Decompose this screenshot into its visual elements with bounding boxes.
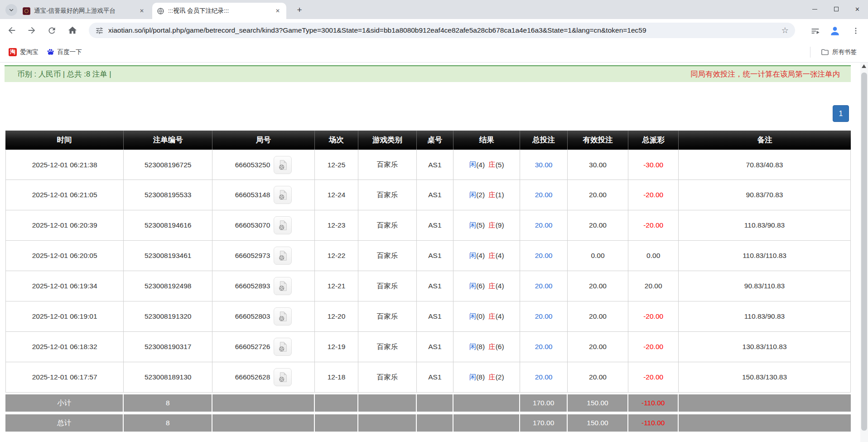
player-points: (4) [476, 161, 485, 169]
video-replay-button[interactable] [274, 277, 292, 295]
cell-time: 2025-12-01 06:20:39 [5, 210, 124, 240]
total-bet-link[interactable]: 20.00 [535, 191, 553, 199]
cell-result: 闲(2)庄(1) [453, 180, 520, 210]
scrollbar-thumb[interactable] [861, 73, 867, 431]
cell-total-bet: 20.00 [520, 241, 567, 271]
header-valid-bet: 有效投注 [568, 131, 628, 150]
total-bet-link[interactable]: 20.00 [535, 343, 553, 351]
bookmark-baidu[interactable]: 百度一下 [43, 46, 86, 58]
cell-valid-bet: 20.00 [568, 362, 628, 392]
round-number: 666053070 [235, 221, 270, 229]
cell-total-bet: 30.00 [520, 150, 567, 180]
total-payout: -110.00 [628, 414, 679, 432]
tab-active[interactable]: :::视讯 会员下注纪录::: ✕ [152, 3, 286, 19]
browser-menu-button[interactable] [848, 23, 863, 39]
cell-note: 90.83/70.83 [679, 180, 851, 210]
tab-search-button[interactable] [5, 4, 17, 16]
window-minimize-button[interactable] [804, 0, 825, 18]
table-row: 2025-12-01 06:19:34 523008192498 6660528… [5, 271, 851, 301]
new-tab-button[interactable]: + [294, 4, 305, 16]
video-replay-button[interactable] [274, 186, 292, 204]
back-button[interactable] [4, 22, 20, 39]
cell-result: 闲(0)庄(4) [453, 301, 520, 331]
header-game-type: 游戏类别 [358, 131, 417, 150]
currency-summary-text: 币别 : 人民币 | 总共 :8 注单 | [17, 69, 111, 79]
media-controls-button[interactable] [807, 23, 823, 39]
player-result: 闲 [469, 282, 477, 291]
url-bar[interactable]: xiaotian.so/ipl/portal.php/game/betrecor… [89, 23, 795, 38]
video-replay-button[interactable] [274, 307, 292, 325]
cell-valid-bet: 20.00 [568, 301, 628, 331]
tab-strip: 通宝-信誉最好的网上游戏平台 ✕ :::视讯 会员下注纪录::: ✕ + ✕ [0, 0, 868, 19]
player-points: (0) [476, 312, 485, 321]
page-scrollbar[interactable] [860, 63, 868, 442]
cell-result: 闲(4)庄(5) [453, 150, 520, 180]
video-replay-button[interactable] [274, 338, 292, 356]
cell-payout: -20.00 [628, 210, 679, 240]
payout-value: -20.00 [643, 221, 663, 229]
total-bet-link[interactable]: 20.00 [535, 312, 553, 321]
cell-payout: -20.00 [628, 180, 679, 210]
refresh-button[interactable] [43, 22, 60, 39]
video-replay-button[interactable] [274, 156, 292, 174]
header-result: 结果 [453, 131, 520, 150]
grand-total-row: 总计 8 170.00 150.00 -110.00 [5, 414, 851, 432]
bookmark-label: 爱淘宝 [20, 48, 39, 56]
cell-note: 150.83/130.83 [679, 362, 851, 392]
cell-time: 2025-12-01 06:20:05 [5, 241, 124, 271]
cell-round: 666053250 [212, 150, 315, 180]
total-bet-link[interactable]: 30.00 [535, 161, 553, 169]
cell-bet-id: 523008192498 [124, 271, 212, 301]
table-row: 2025-12-01 06:19:01 523008191320 6660528… [5, 301, 851, 332]
cell-result: 闲(4)庄(4) [453, 241, 520, 271]
cell-valid-bet: 20.00 [568, 271, 628, 301]
table-header-row: 时间 注单编号 局号 场次 游戏类别 桌号 结果 总投注 有效投注 总派彩 备注 [5, 131, 851, 150]
player-points: (2) [476, 191, 485, 199]
cell-table-no: AS1 [417, 150, 453, 180]
video-replay-button[interactable] [274, 368, 292, 386]
total-bet-link[interactable]: 20.00 [535, 252, 553, 260]
scrollbar-up-arrow[interactable] [862, 64, 866, 68]
payout-value: 20.00 [645, 282, 662, 290]
media-controls-icon [810, 26, 820, 36]
cell-game: 百家乐 [358, 362, 417, 392]
cell-game: 百家乐 [358, 271, 417, 301]
total-bet-link[interactable]: 20.00 [535, 282, 553, 290]
bookmark-aitaobao[interactable]: 淘 爱淘宝 [5, 46, 43, 58]
cell-game: 百家乐 [358, 180, 417, 210]
forward-button[interactable] [24, 22, 40, 39]
cell-total-bet: 20.00 [520, 210, 567, 240]
tab-inactive[interactable]: 通宝-信誉最好的网上游戏平台 ✕ [18, 3, 150, 19]
page-1-button[interactable]: 1 [833, 105, 849, 122]
cell-table-no: AS1 [417, 271, 453, 301]
bookmark-star-button[interactable]: ☆ [781, 25, 789, 35]
total-bet-link[interactable]: 20.00 [535, 373, 553, 381]
video-file-icon [277, 159, 289, 171]
total-count: 8 [124, 414, 212, 432]
profile-avatar-button[interactable] [827, 23, 843, 39]
cell-game: 百家乐 [358, 241, 417, 271]
site-settings-icon[interactable] [95, 26, 104, 35]
total-bet-link[interactable]: 20.00 [535, 221, 553, 229]
tab-close-button[interactable]: ✕ [138, 7, 146, 15]
cell-payout: 0.00 [628, 241, 679, 271]
cell-total-bet: 20.00 [520, 180, 567, 210]
player-result: 闲 [469, 373, 477, 382]
chevron-down-icon [9, 7, 14, 13]
header-time: 时间 [5, 131, 124, 150]
window-controls: ✕ [804, 0, 868, 18]
video-replay-button[interactable] [274, 247, 292, 265]
window-close-button[interactable]: ✕ [847, 0, 868, 18]
video-replay-button[interactable] [274, 216, 292, 234]
banker-points: (4) [496, 312, 504, 321]
cell-time: 2025-12-01 06:18:32 [5, 332, 124, 362]
table-row: 2025-12-01 06:21:38 523008196725 6660532… [5, 150, 851, 180]
cell-session: 12-25 [315, 150, 358, 180]
cell-round: 666053148 [212, 180, 315, 210]
home-button[interactable] [64, 22, 81, 39]
video-file-icon [277, 219, 289, 231]
all-bookmarks-button[interactable]: 所有书签 [817, 46, 861, 58]
tab-close-button[interactable]: ✕ [274, 7, 282, 15]
window-maximize-button[interactable] [825, 0, 847, 18]
subtotal-payout: -110.00 [628, 394, 679, 412]
